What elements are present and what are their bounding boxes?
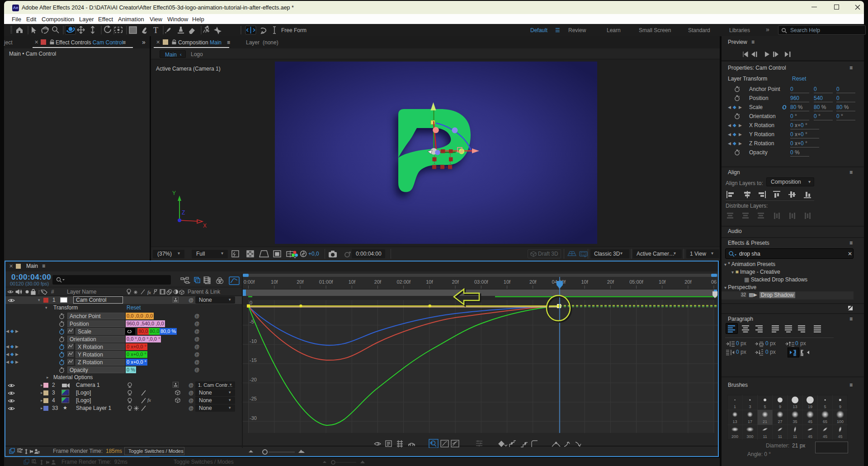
svg-text:13: 13 (733, 419, 737, 424)
svg-text:-25: -25 (250, 396, 257, 401)
svg-text:3: 3 (749, 404, 751, 409)
svg-text:-5: -5 (250, 319, 254, 324)
svg-text:Z: Z (182, 209, 185, 216)
svg-text:1: 1 (734, 404, 736, 409)
svg-text:20f: 20f (607, 279, 614, 285)
svg-text:02:00f: 02:00f (396, 279, 411, 285)
svg-text:45: 45 (823, 434, 827, 439)
svg-text:fx: fx (147, 290, 151, 295)
svg-text:06: 06 (711, 279, 717, 285)
svg-text:300: 300 (746, 434, 753, 439)
svg-text:10f: 10f (581, 279, 588, 285)
svg-text:T: T (153, 26, 158, 35)
svg-text:0:00f: 0:00f (244, 279, 255, 285)
svg-text:20f: 20f (529, 279, 537, 285)
svg-text:10f: 10f (349, 279, 356, 285)
svg-text:11: 11 (793, 434, 797, 439)
svg-text:03:00f: 03:00f (474, 279, 489, 285)
svg-text:9: 9 (779, 404, 781, 409)
svg-text:11: 11 (763, 434, 767, 439)
svg-text:20f: 20f (297, 279, 304, 285)
svg-text:01:00f: 01:00f (319, 279, 334, 285)
svg-text:45: 45 (808, 434, 812, 439)
svg-text:100: 100 (837, 419, 844, 424)
svg-text:X: X (203, 223, 207, 229)
svg-text:65: 65 (823, 419, 827, 424)
svg-text:21: 21 (763, 419, 767, 424)
svg-text:-10: -10 (250, 338, 257, 344)
svg-text:45: 45 (808, 419, 812, 424)
svg-text:10f: 10f (426, 279, 433, 285)
svg-text:200: 200 (731, 434, 738, 439)
svg-text:10f: 10f (271, 279, 278, 285)
svg-text:45: 45 (838, 434, 842, 439)
svg-text:11: 11 (778, 434, 782, 439)
svg-text:5: 5 (824, 404, 826, 409)
svg-text:Y: Y (172, 190, 176, 196)
svg-text:35: 35 (793, 419, 797, 424)
svg-text:5: 5 (764, 404, 766, 409)
svg-text:13: 13 (793, 404, 797, 409)
svg-text:05:00f: 05:00f (629, 279, 644, 285)
svg-text:19: 19 (808, 404, 812, 409)
svg-text:9: 9 (839, 404, 841, 409)
svg-text:-15: -15 (250, 357, 257, 363)
svg-text:27: 27 (778, 419, 782, 424)
svg-text:17: 17 (748, 419, 752, 424)
svg-text:10f: 10f (504, 279, 511, 285)
svg-text:20f: 20f (684, 279, 692, 285)
svg-text:-30: -30 (250, 415, 257, 421)
svg-text:20f: 20f (374, 279, 382, 285)
svg-text:-20: -20 (250, 377, 257, 382)
svg-text:10f: 10f (659, 279, 666, 285)
svg-text:20f: 20f (452, 279, 459, 285)
